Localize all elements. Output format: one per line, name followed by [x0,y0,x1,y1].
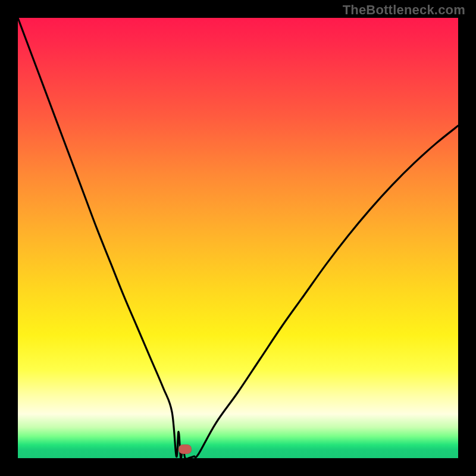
chart-frame: TheBottleneck.com [0,0,476,476]
bottleneck-curve [18,18,458,458]
curve-path [18,18,458,458]
watermark-text: TheBottleneck.com [343,2,465,18]
optimum-marker [178,444,192,454]
plot-area [18,18,458,458]
